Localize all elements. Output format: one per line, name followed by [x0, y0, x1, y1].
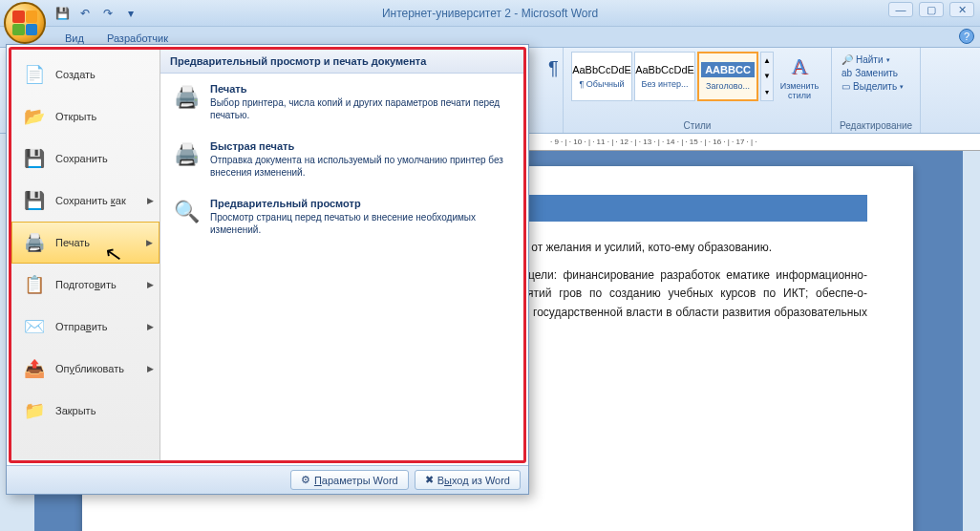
quick-access-toolbar: 💾 ↶ ↷ ▾	[52, 4, 141, 23]
find-button[interactable]: 🔎Найти ▾	[840, 53, 912, 66]
submenu-quickprint[interactable]: 🖨️ Быстрая печать Отправка документа на …	[160, 131, 523, 188]
new-icon: 📄	[23, 63, 46, 86]
chevron-right-icon: ▶	[147, 196, 154, 205]
submenu-print[interactable]: 🖨️ Печать Выбор принтера, числа копий и …	[160, 74, 523, 131]
printer-icon: 🖨️	[172, 83, 201, 112]
close-button[interactable]: ✕	[949, 2, 974, 17]
menu-print[interactable]: 🖨️Печать▶	[11, 222, 160, 264]
group-label-styles: Стили	[571, 118, 823, 131]
gallery-up-icon[interactable]: ▲	[761, 56, 773, 65]
exit-word-button[interactable]: ✖Выход из Word	[415, 470, 521, 490]
gallery-more-icon[interactable]: ▾	[761, 88, 773, 96]
maximize-button[interactable]: ▢	[919, 2, 944, 17]
office-button[interactable]	[4, 2, 46, 44]
title-bar: 💾 ↶ ↷ ▾ Интернет-университет 2 - Microso…	[0, 0, 980, 27]
redo-icon[interactable]: ↷	[97, 4, 118, 23]
options-icon: ⚙	[301, 474, 310, 486]
select-button[interactable]: ▭Выделить ▾	[840, 80, 912, 93]
chevron-right-icon: ▶	[146, 238, 153, 247]
style-gallery[interactable]: AaBbCcDdE ¶ Обычный AaBbCcDdE Без интер.…	[571, 52, 823, 101]
style-nospacing[interactable]: AaBbCcDdE Без интер...	[634, 52, 695, 101]
style-heading[interactable]: AABBCC Заголово...	[697, 52, 758, 101]
save-icon[interactable]: 💾	[52, 4, 73, 23]
publish-icon: 📤	[23, 357, 46, 380]
menu-save[interactable]: 💾Сохранить	[11, 138, 160, 180]
exit-icon: ✖	[425, 474, 434, 486]
menu-saveas[interactable]: 💾Сохранить как▶	[11, 180, 160, 222]
window-title: Интернет-университет 2 - Microsoft Word	[382, 7, 598, 20]
quickprint-icon: 🖨️	[172, 140, 201, 169]
select-icon: ▭	[842, 81, 850, 92]
qat-customize-icon[interactable]: ▾	[120, 4, 141, 23]
submenu-header: Предварительный просмотр и печать докуме…	[160, 50, 523, 74]
menu-prepare[interactable]: 📋Подготовить▶	[11, 264, 160, 306]
menu-send[interactable]: ✉️Отправить▶	[11, 306, 160, 348]
menu-open[interactable]: 📂Открыть	[11, 96, 160, 138]
group-label-editing: Редактирование	[840, 118, 912, 131]
open-icon: 📂	[23, 105, 46, 128]
help-icon[interactable]: ?	[959, 29, 974, 44]
office-menu-right: Предварительный просмотр и печать докуме…	[160, 50, 523, 460]
replace-button[interactable]: abЗаменить	[840, 67, 912, 79]
change-styles-button[interactable]: A Изменить стили	[776, 52, 823, 101]
chevron-right-icon: ▶	[147, 280, 154, 289]
replace-icon: ab	[842, 68, 852, 78]
office-menu: 📄Создать 📂Открыть 💾Сохранить 💾Сохранить …	[6, 44, 529, 495]
menu-new[interactable]: 📄Создать	[11, 53, 160, 96]
save-icon: 💾	[23, 147, 46, 170]
send-icon: ✉️	[23, 315, 46, 338]
office-menu-footer: ⚙Параметры Word ✖Выход из Word	[7, 465, 528, 494]
pilcrow-icon[interactable]: ¶	[543, 52, 555, 85]
change-styles-icon: A	[791, 53, 807, 79]
preview-icon: 🔍	[172, 198, 201, 226]
binoculars-icon: 🔎	[842, 54, 853, 65]
undo-icon[interactable]: ↶	[75, 4, 96, 23]
menu-publish[interactable]: 📤Опубликовать▶	[11, 348, 160, 390]
word-options-button[interactable]: ⚙Параметры Word	[290, 470, 409, 490]
minimize-button[interactable]: —	[888, 2, 913, 17]
close-doc-icon: 📁	[23, 399, 46, 422]
chevron-right-icon: ▶	[147, 364, 154, 373]
gallery-down-icon[interactable]: ▼	[761, 72, 773, 80]
print-icon: 🖨️	[23, 231, 46, 254]
office-menu-left: 📄Создать 📂Открыть 💾Сохранить 💾Сохранить …	[11, 50, 160, 460]
style-normal[interactable]: AaBbCcDdE ¶ Обычный	[571, 52, 632, 101]
prepare-icon: 📋	[23, 273, 46, 296]
chevron-right-icon: ▶	[147, 322, 154, 331]
saveas-icon: 💾	[23, 189, 46, 212]
menu-close[interactable]: 📁Закрыть	[11, 390, 160, 432]
submenu-preview[interactable]: 🔍 Предварительный просмотр Просмотр стра…	[160, 188, 523, 245]
